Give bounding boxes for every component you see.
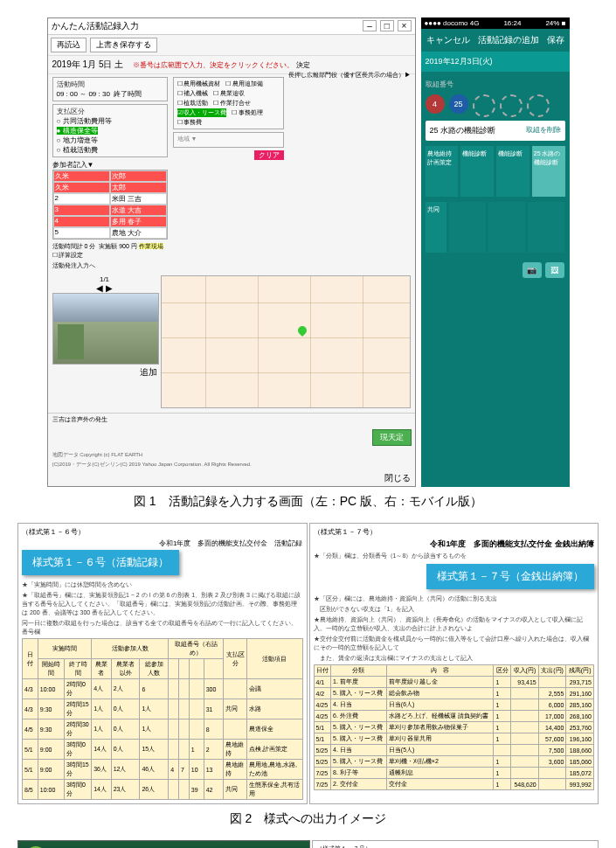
card-0[interactable]: 農地維持 計画策定 <box>426 146 459 197</box>
decide-button[interactable]: 決定 <box>296 61 310 69</box>
close-icon[interactable]: × <box>398 20 412 31</box>
member-table[interactable]: 久米次郎 久米太郎 2米田 三吉 3水道 大吉 4多用 春子 5農地 大介 <box>52 170 168 240</box>
circ-empty-3[interactable] <box>527 94 550 117</box>
table-row: 4/256. 外注費水路どろ上げ、軽機械運 請負契約書117,000268,16… <box>314 711 594 722</box>
close-button[interactable]: 閉じる <box>384 473 411 483</box>
note-r-3: ★農地維持、資源向上（共同）、資源向上（長寿命化）の活動をマイナスの収入として収… <box>314 615 595 633</box>
circle-row: 4 25 <box>426 91 565 121</box>
card-row-1: 農地維持 計画策定 機能診断 機能診断 25 水路の機能診断 <box>426 146 565 197</box>
chk-7[interactable]: ☐ 事務処理 <box>232 108 263 117</box>
copy-link[interactable]: 活動発注入力へ <box>52 261 168 270</box>
circ-empty-1[interactable] <box>473 94 495 117</box>
payclass-opt-2[interactable]: ○ 地力増進等 <box>57 136 98 144</box>
card-3[interactable]: 25 水路の機能診断 <box>532 146 565 197</box>
chk-1[interactable]: ☐ 農用追加備 <box>225 80 263 88</box>
chk-0[interactable]: ☐ 農用機械資材 <box>177 80 221 88</box>
table-row: 8/510:003時間0分14人23人26人3942共同生態系保全,共有活用 <box>23 780 303 800</box>
mobile-body: 取組番号 4 25 25 水路の機能診断 取組を削除 農地維持 計画策定 機能診… <box>421 72 570 257</box>
month-select[interactable]: 1月 <box>83 59 97 69</box>
pc-window: かんたん活動記録入力 – □ × 再読込 上書き保存する 2019年 1月 5日… <box>47 17 416 487</box>
chk-2[interactable]: ☐ 補入機械 <box>177 89 209 98</box>
year-select[interactable]: 2019年 <box>52 59 80 69</box>
day-select[interactable]: 5日 <box>99 59 113 69</box>
selected-item[interactable]: 25 水路の機能診断 取組を削除 <box>426 121 565 141</box>
circ-empty-2[interactable] <box>500 94 523 117</box>
fig2-right: （様式第１－７号） 令和1年度 多面的機能支払交付金 金銭出納簿 ★「分類」欄は… <box>309 523 599 804</box>
camera-icon[interactable]: 📷 <box>523 262 542 278</box>
photo-next[interactable]: ▶ <box>106 283 113 293</box>
table-row: 5/254. 日当日当(5人)7,500188,660 <box>314 745 594 756</box>
chk-8[interactable]: ☐ 事務費 <box>177 118 203 127</box>
caption-2: 図 2 様式への出力イメージ <box>17 811 599 827</box>
time-from[interactable]: 09 : 00 <box>57 90 78 98</box>
area-select[interactable]: 地域 ▼ <box>173 132 284 148</box>
form-no-right: （様式第１－７号） <box>314 527 595 537</box>
payclass-opt-0[interactable]: ○ 共同活動費用等 <box>57 117 112 125</box>
work-site-button[interactable]: 作業現場 <box>139 243 163 249</box>
sidetab-0[interactable]: 共同 <box>426 202 446 253</box>
map-view[interactable] <box>161 275 411 408</box>
note-r-2: 区別ができない収支は「1」を記入 <box>314 605 595 614</box>
photo-thumb[interactable] <box>52 293 159 365</box>
save-button[interactable]: 上書き保存する <box>90 38 157 52</box>
time-to[interactable]: 09 : 30 <box>88 90 109 98</box>
circ-4[interactable]: 4 <box>426 94 445 114</box>
map-pin-icon <box>296 324 308 337</box>
card-1[interactable]: 機能診断 <box>460 146 494 197</box>
table-row: 5/15. 購入・リース費草刈り器量共用157,600196,160 <box>314 733 594 745</box>
add-photo-button[interactable]: 追加 <box>140 367 157 377</box>
chk-3[interactable]: ☐ 農業追収 <box>213 89 245 98</box>
note-r-0: ★「分類」欄は、分類番号（1～8）から該当するものを <box>314 552 595 560</box>
mobile-screen: ●●●● docomo 4G 16:24 24% ■ キャンセル 活動記録の追加… <box>421 17 570 487</box>
mobile-save-button[interactable]: 保存 <box>547 34 564 46</box>
figure-3: NARO 多面的機能支払交付金経済評価ツール 支出項目 内容の例 支出額(円) … <box>17 840 599 848</box>
table-row: 4/254. 日当日当(6人)16,000285,160 <box>314 699 594 711</box>
note-l-2: 同一日に複数の取組を行った場合は、該当する全ての取組番号を右詰めで一行に記入して… <box>22 619 303 636</box>
upper-panel: 活動時間 09 : 00 ～ 09 : 30 終了時間 支払区分 ○ 共同活動費… <box>48 74 288 275</box>
maximize-icon[interactable]: □ <box>380 20 394 31</box>
chk-5[interactable]: ☐ 作業打合せ <box>213 99 251 108</box>
card-b1[interactable] <box>488 202 525 253</box>
payclass-legend: 支払区分 <box>57 108 85 115</box>
mobile-date[interactable]: 2019年12月3日(火) <box>421 52 570 72</box>
calc-check[interactable]: ☐ 詳算設定 <box>52 252 84 258</box>
amount-val: 0 分 <box>84 243 95 249</box>
amount-label2: 実施額 <box>99 243 117 249</box>
picture-icon[interactable]: 🖼 <box>545 262 564 278</box>
member-label: 参加者記入▼ <box>52 160 168 170</box>
payclass-opt-3[interactable]: ○ 植栽活動費 <box>57 146 98 154</box>
table-1-6: 日付 実施時間 活動参加人数 取組番号（右詰め） 支払区分 活動項目 開始時間 … <box>22 638 303 800</box>
note-l-0: ★「実施時間」には休憩時間を含めない <box>22 580 303 589</box>
title-small-left: 令和1年度 多面的機能支払交付金 活動記録 <box>22 539 303 548</box>
locate-button[interactable]: 現天定 <box>372 429 412 446</box>
label-torikumi: 取組番号 <box>426 80 565 89</box>
photo-prev[interactable]: ◀ <box>96 283 103 293</box>
upper-left: 活動時間 09 : 00 ～ 09 : 30 終了時間 支払区分 ○ 共同活動費… <box>52 77 168 270</box>
circ-25[interactable]: 25 <box>449 94 468 114</box>
payclass-opt-1[interactable]: ● 構造保全等 <box>57 127 98 135</box>
clear-button[interactable]: クリア <box>254 150 284 160</box>
chk-4[interactable]: ☐ 植栽活動 <box>177 99 209 108</box>
clock: 16:24 <box>503 19 521 27</box>
photo-side: 1/1 ◀ ▶ 追加 <box>52 275 157 408</box>
footer-buttons: 現天定 <box>48 426 415 449</box>
minimize-icon[interactable]: – <box>363 20 377 31</box>
refresh-button[interactable]: 再読込 <box>51 38 87 52</box>
date-row: 2019年 1月 5日 土 ※番号は広範囲で入力、決定をクリックください。 決定… <box>48 56 415 74</box>
cancel-button[interactable]: キャンセル <box>426 34 470 46</box>
checks-fieldset: ☐ 農用機械資材 ☐ 農用追加備 ☐ 補入機械 ☐ 農業追収 ☐ 植栽活動 ☐ … <box>173 77 284 129</box>
banner-right: 様式第１－７号（金銭出納簿） <box>426 564 594 589</box>
upper-right: ☐ 農用機械資材 ☐ 農用追加備 ☐ 補入機械 ☐ 農業追収 ☐ 植栽活動 ☐ … <box>173 77 284 270</box>
card-2[interactable]: 機能診断 <box>496 146 529 197</box>
card-b0[interactable] <box>449 202 486 253</box>
title-right: 令和1年度 多面的機能支払交付金 金銭出納簿 <box>314 539 595 550</box>
item-delete[interactable]: 取組を削除 <box>526 125 561 136</box>
photo-counter: 1/1 <box>52 275 157 283</box>
footnote: 三吉は音声外の発生 <box>48 413 415 426</box>
amount-label: 活動時間計 <box>52 243 83 249</box>
chk-6[interactable]: ☑ 収入・リース費 <box>177 108 227 117</box>
figure-2: （様式第１－６号） 令和1年度 多面的機能支払交付金 活動記録 様式第１－６号（… <box>17 523 599 804</box>
card-b2[interactable] <box>528 202 564 253</box>
mobile-footer: 📷 🖼 <box>421 257 570 283</box>
table-row: 5/19:003時間0分14人0人15人12農地維持点検,計画策定 <box>23 740 303 760</box>
